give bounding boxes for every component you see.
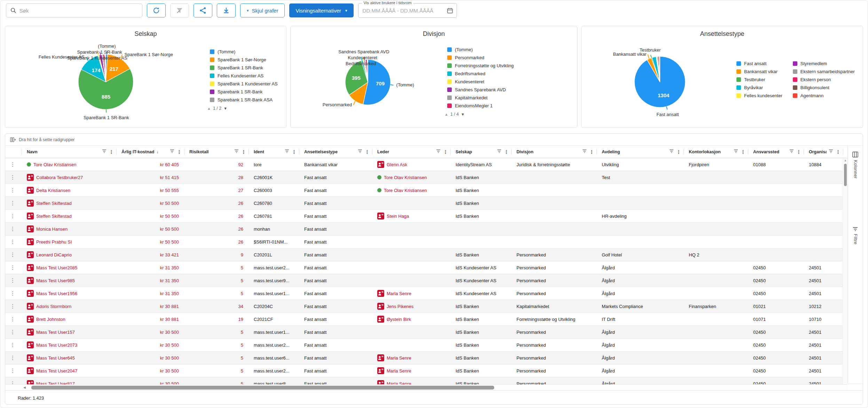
column-menu-kebab-icon[interactable]: ⋮: [676, 149, 681, 155]
legend-item[interactable]: Styremedlem: [793, 60, 855, 68]
column-menu-kebab-icon[interactable]: ⋮: [177, 149, 182, 155]
user-name-link[interactable]: Mass Test User985: [36, 278, 75, 283]
table-row[interactable]: ⋮Mass Test User2085kr 31 3505mass.test.u…: [5, 261, 863, 274]
column-header-leder[interactable]: Leder⋮: [372, 146, 451, 158]
user-name-link[interactable]: Delta Kristiansen: [36, 188, 70, 193]
row-menu-kebab-icon[interactable]: ⋮: [10, 174, 15, 180]
user-name-link[interactable]: Mass Test User2047: [36, 368, 77, 374]
horizontal-scroll-thumb[interactable]: [31, 386, 494, 390]
leader-name-link[interactable]: Marla Senre: [387, 381, 411, 385]
legend-item[interactable]: Ekstern person: [793, 76, 855, 84]
table-row[interactable]: ⋮Brett Johnstonkr 30 88119C2021CFFast an…: [5, 313, 863, 326]
column-filter-icon[interactable]: [734, 149, 738, 153]
leader-name-link[interactable]: Øystein Birk: [387, 317, 411, 322]
user-name-link[interactable]: Brett Johnston: [36, 317, 65, 322]
leader-name-link[interactable]: Tore Olav Kristiansen: [384, 175, 427, 180]
download-button[interactable]: [217, 3, 236, 17]
leader-name-link[interactable]: Tore Olav Kristiansen: [384, 188, 427, 193]
calendar-icon[interactable]: [447, 7, 453, 14]
legend-item[interactable]: Felles kundesenter: [736, 92, 782, 100]
legend-item[interactable]: Kundesenteret: [447, 78, 514, 86]
horizontal-scrollbar[interactable]: ◀: [5, 384, 847, 390]
legend-item[interactable]: Sparebank 1 SR-Bank ASA: [210, 96, 278, 104]
legend-item[interactable]: Fast ansatt: [736, 60, 782, 68]
legend-item[interactable]: (Tomme): [447, 46, 514, 54]
column-filter-icon[interactable]: [829, 149, 833, 153]
legend-page-up-icon[interactable]: ▲: [444, 112, 448, 116]
column-filter-icon[interactable]: [170, 149, 174, 153]
table-row[interactable]: ⋮Adoris Stormbornkr 30 88134C20204CFast …: [5, 300, 863, 313]
leader-name-link[interactable]: Marla Senre: [387, 355, 411, 361]
column-filter-icon[interactable]: [582, 149, 587, 153]
column-filter-icon[interactable]: [789, 149, 794, 153]
user-name-link[interactable]: Mass Test User817: [36, 381, 75, 385]
column-filter-icon[interactable]: [285, 149, 289, 153]
column-header-ansvarssted[interactable]: Ansvarssted⋮: [748, 146, 804, 158]
legend-item[interactable]: Bankansatt vikar: [736, 68, 782, 76]
leader-name-link[interactable]: Marla Senre: [387, 291, 411, 296]
user-name-link[interactable]: Tore Olav Kristiansen: [33, 162, 77, 167]
user-name-link[interactable]: Leonard DiCaprio: [36, 252, 72, 257]
legend-item[interactable]: Forretningsstøtte og Utvikling: [447, 62, 514, 70]
legend-page-up-icon[interactable]: ▲: [207, 106, 211, 110]
legend-item[interactable]: Agentmann: [793, 92, 855, 100]
column-filter-icon[interactable]: [436, 149, 441, 153]
row-menu-kebab-icon[interactable]: ⋮: [10, 303, 15, 309]
row-menu-kebab-icon[interactable]: ⋮: [10, 239, 15, 245]
legend-item[interactable]: EiendomsMegler 1: [447, 102, 514, 110]
row-menu-kebab-icon[interactable]: ⋮: [10, 200, 15, 206]
legend-item[interactable]: (Tomme): [210, 48, 278, 56]
column-menu-kebab-icon[interactable]: ⋮: [589, 149, 594, 155]
table-row[interactable]: ⋮Mass Test User2047kr 30 5005mass.test.u…: [5, 364, 863, 377]
column-header-risikotall[interactable]: Risikotall⋮: [184, 146, 249, 158]
date-range-field[interactable]: Vis aktive brukere i tidsrom: [358, 3, 457, 18]
row-menu-kebab-icon[interactable]: ⋮: [10, 329, 15, 335]
leader-name-link[interactable]: Jens Pikenes: [387, 304, 413, 309]
table-row[interactable]: ⋮Steffen Skiftestadkr 50 50026C260780Fas…: [5, 197, 863, 210]
column-menu-kebab-icon[interactable]: ⋮: [443, 149, 448, 155]
date-range-input[interactable]: [363, 8, 447, 14]
table-row[interactable]: ⋮Mass Test User985kr 31 3505mass.test.us…: [5, 274, 863, 287]
column-menu-kebab-icon[interactable]: ⋮: [241, 149, 246, 155]
row-menu-kebab-icon[interactable]: ⋮: [10, 290, 15, 297]
legend-item[interactable]: Testbruker: [736, 76, 782, 84]
table-row[interactable]: ⋮Preethi Prabhu SIkr 50 50026$S6IRTI-01N…: [5, 236, 863, 248]
leader-name-link[interactable]: Stein Haga: [387, 214, 409, 219]
refresh-button[interactable]: [147, 3, 166, 17]
leader-name-link[interactable]: Glenn Ask: [387, 162, 407, 167]
table-row[interactable]: ⋮Collabora Testbruker27kr 51 41528C26001…: [5, 171, 863, 184]
column-menu-kebab-icon[interactable]: ⋮: [504, 149, 509, 155]
legend-item[interactable]: Sandnes Sparebank AVD: [447, 86, 514, 94]
row-group-drop-zone[interactable]: Dra hit for å sette radgrupper: [5, 134, 863, 146]
tab-kolonner[interactable]: Kolonner: [852, 149, 858, 181]
column-header-avdeling[interactable]: Avdeling⋮: [597, 146, 684, 158]
user-name-link[interactable]: Steffen Skiftestad: [36, 201, 72, 206]
row-menu-kebab-icon[interactable]: ⋮: [10, 161, 15, 168]
column-filter-icon[interactable]: [102, 149, 106, 153]
column-header-divisjon[interactable]: Divisjon⋮: [512, 146, 597, 158]
user-name-link[interactable]: Mass Test User645: [36, 355, 75, 361]
search-box[interactable]: [6, 3, 142, 17]
column-filter-icon[interactable]: [358, 149, 362, 153]
clear-filter-button[interactable]: [170, 3, 189, 17]
vertical-scrollbar[interactable]: ▲: [843, 158, 847, 384]
table-row[interactable]: ⋮Leonard DiCapriokr 33 4219C20201LFast a…: [5, 248, 863, 261]
user-name-link[interactable]: Preethi Prabhu SI: [36, 239, 72, 245]
user-name-link[interactable]: Mass Test User2073: [36, 342, 77, 348]
table-row[interactable]: ⋮Delta Kristiansenkr 50 55527C260003Fast…: [5, 184, 863, 197]
row-menu-kebab-icon[interactable]: ⋮: [10, 187, 15, 193]
view-options-button[interactable]: Visningsalternativer ▾: [289, 3, 353, 17]
column-filter-icon[interactable]: [669, 149, 674, 153]
user-name-link[interactable]: Collabora Testbruker27: [36, 175, 83, 180]
row-menu-kebab-icon[interactable]: ⋮: [10, 277, 15, 284]
legend-item[interactable]: Felles Kundesenter AS: [210, 72, 278, 80]
pie-slice[interactable]: [660, 56, 660, 82]
table-row[interactable]: ⋮Steffen Skiftestadkr 50 50026C260781Fas…: [5, 210, 863, 223]
table-row[interactable]: ⋮Tore Olav Kristiansenkr 60 40592toreBan…: [5, 158, 863, 171]
hide-charts-button[interactable]: ▾ Skjul grafer: [240, 3, 285, 17]
row-menu-kebab-icon[interactable]: ⋮: [10, 316, 15, 322]
column-header-organisasjonsenhet[interactable]: Organisasjonsenhet⋮: [804, 146, 843, 158]
legend-item[interactable]: Personmarked: [447, 54, 514, 62]
column-header-ansettelsestype[interactable]: Ansettelsestype⋮: [299, 146, 372, 158]
column-filter-icon[interactable]: [497, 149, 502, 153]
